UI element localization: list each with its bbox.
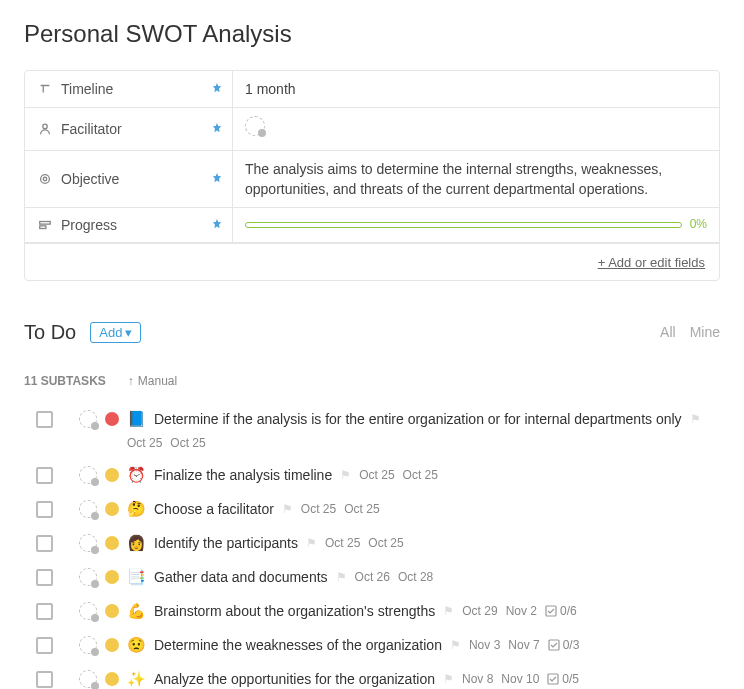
- task-end-date[interactable]: Oct 25: [368, 536, 403, 550]
- assignee-placeholder-icon[interactable]: [79, 568, 97, 586]
- pin-icon[interactable]: [212, 82, 222, 96]
- task-emoji-icon: 🤔: [127, 500, 146, 518]
- field-facilitator[interactable]: Facilitator: [25, 108, 719, 150]
- svg-point-1: [41, 175, 50, 184]
- field-value-facilitator[interactable]: [233, 108, 719, 149]
- task-row[interactable]: 🤔Choose a facilitator⚑Oct 25Oct 25: [24, 492, 720, 526]
- field-value-objective[interactable]: The analysis aims to determine the inter…: [233, 151, 719, 208]
- assignee-placeholder-icon[interactable]: [79, 636, 97, 654]
- field-label-text: Facilitator: [61, 121, 122, 137]
- priority-dot[interactable]: [105, 502, 119, 516]
- field-objective[interactable]: Objective The analysis aims to determine…: [25, 151, 719, 209]
- task-checkbox[interactable]: [36, 671, 53, 688]
- task-title[interactable]: Choose a facilitator: [154, 501, 274, 517]
- task-checkbox[interactable]: [36, 535, 53, 552]
- task-start-date[interactable]: Oct 29: [462, 604, 497, 618]
- task-checkbox[interactable]: [36, 569, 53, 586]
- flag-icon: ⚑: [443, 604, 454, 618]
- task-checkbox[interactable]: [36, 603, 53, 620]
- pin-icon[interactable]: [212, 218, 222, 232]
- assignee-placeholder-icon[interactable]: [79, 602, 97, 620]
- pin-icon[interactable]: [212, 122, 222, 136]
- flag-icon: ⚑: [336, 570, 347, 584]
- arrow-up-icon: ↑: [128, 374, 134, 388]
- priority-dot[interactable]: [105, 604, 119, 618]
- task-start-date[interactable]: Oct 26: [355, 570, 390, 584]
- task-body: 👩Identify the participants⚑Oct 25Oct 25: [127, 534, 720, 552]
- svg-rect-3: [40, 221, 51, 224]
- filter-mine[interactable]: Mine: [690, 324, 720, 340]
- task-checkbox[interactable]: [36, 411, 53, 428]
- assignee-placeholder-icon[interactable]: [79, 410, 97, 428]
- pin-icon[interactable]: [212, 172, 222, 186]
- svg-rect-4: [40, 226, 46, 229]
- task-title[interactable]: Determine the weaknesses of the organiza…: [154, 637, 442, 653]
- priority-dot[interactable]: [105, 638, 119, 652]
- progress-bar[interactable]: [245, 222, 682, 228]
- task-title[interactable]: Determine if the analysis is for the ent…: [154, 411, 682, 427]
- priority-dot[interactable]: [105, 536, 119, 550]
- svg-rect-7: [548, 674, 558, 684]
- task-end-date[interactable]: Oct 25: [403, 468, 438, 482]
- field-value-progress[interactable]: 0%: [233, 208, 719, 241]
- assignee-placeholder-icon[interactable]: [245, 116, 265, 136]
- task-start-date[interactable]: Oct 25: [301, 502, 336, 516]
- field-progress[interactable]: Progress 0%: [25, 208, 719, 242]
- sort-manual[interactable]: ↑ Manual: [128, 374, 177, 388]
- task-end-date[interactable]: Nov 10: [501, 672, 539, 686]
- task-title[interactable]: Analyze the opportunities for the organi…: [154, 671, 435, 687]
- task-start-date[interactable]: Nov 3: [469, 638, 500, 652]
- task-row[interactable]: 📑Gather data and documents⚑Oct 26Oct 28: [24, 560, 720, 594]
- subtask-count: 11 SUBTASKS: [24, 374, 106, 388]
- task-emoji-icon: 📑: [127, 568, 146, 586]
- task-body: 💪Brainstorm about the organization's str…: [127, 602, 720, 620]
- task-end-date[interactable]: Oct 25: [170, 436, 205, 450]
- task-end-date[interactable]: Nov 2: [506, 604, 537, 618]
- task-title[interactable]: Gather data and documents: [154, 569, 328, 585]
- subtask-count-badge[interactable]: 0/3: [548, 638, 580, 652]
- subtask-count-badge[interactable]: 0/6: [545, 604, 577, 618]
- task-end-date[interactable]: Nov 7: [508, 638, 539, 652]
- task-title[interactable]: Brainstorm about the organization's stre…: [154, 603, 435, 619]
- task-emoji-icon: ⏰: [127, 466, 146, 484]
- add-fields-link[interactable]: + Add or edit fields: [598, 255, 705, 270]
- assignee-placeholder-icon[interactable]: [79, 670, 97, 688]
- task-row[interactable]: 💪Brainstorm about the organization's str…: [24, 594, 720, 628]
- field-value-timeline[interactable]: 1 month: [233, 71, 719, 107]
- assignee-placeholder-icon[interactable]: [79, 500, 97, 518]
- task-row[interactable]: 👩Identify the participants⚑Oct 25Oct 25: [24, 526, 720, 560]
- task-row[interactable]: 📘Determine if the analysis is for the en…: [24, 402, 720, 458]
- task-title[interactable]: Identify the participants: [154, 535, 298, 551]
- task-checkbox[interactable]: [36, 501, 53, 518]
- task-start-date[interactable]: Oct 25: [325, 536, 360, 550]
- task-checkbox[interactable]: [36, 637, 53, 654]
- field-timeline[interactable]: Timeline 1 month: [25, 71, 719, 108]
- task-start-date[interactable]: Nov 8: [462, 672, 493, 686]
- subtask-count-badge[interactable]: 0/5: [547, 672, 579, 686]
- fields-box: Timeline 1 month Facilitator Objective: [24, 70, 720, 281]
- task-checkbox[interactable]: [36, 467, 53, 484]
- priority-dot[interactable]: [105, 570, 119, 584]
- task-start-date[interactable]: Oct 25: [359, 468, 394, 482]
- priority-dot[interactable]: [105, 672, 119, 686]
- priority-dot[interactable]: [105, 412, 119, 426]
- task-row[interactable]: 😟Determine the weaknesses of the organiz…: [24, 628, 720, 662]
- field-label-facilitator: Facilitator: [25, 108, 233, 149]
- task-row[interactable]: ⏰Finalize the analysis timeline⚑Oct 25Oc…: [24, 458, 720, 492]
- task-start-date[interactable]: Oct 25: [127, 436, 162, 450]
- priority-dot[interactable]: [105, 468, 119, 482]
- filter-all[interactable]: All: [660, 324, 676, 340]
- field-label-timeline: Timeline: [25, 71, 233, 107]
- user-icon: [37, 121, 53, 137]
- task-row[interactable]: ✨Analyze the opportunities for the organ…: [24, 662, 720, 689]
- assignee-placeholder-icon[interactable]: [79, 534, 97, 552]
- subtask-count-text: 0/5: [562, 672, 579, 686]
- task-title[interactable]: Finalize the analysis timeline: [154, 467, 332, 483]
- field-label-text: Objective: [61, 171, 119, 187]
- task-emoji-icon: 💪: [127, 602, 146, 620]
- task-end-date[interactable]: Oct 25: [344, 502, 379, 516]
- assignee-placeholder-icon[interactable]: [79, 466, 97, 484]
- task-end-date[interactable]: Oct 28: [398, 570, 433, 584]
- sort-label: Manual: [138, 374, 177, 388]
- add-button[interactable]: Add ▾: [90, 322, 141, 343]
